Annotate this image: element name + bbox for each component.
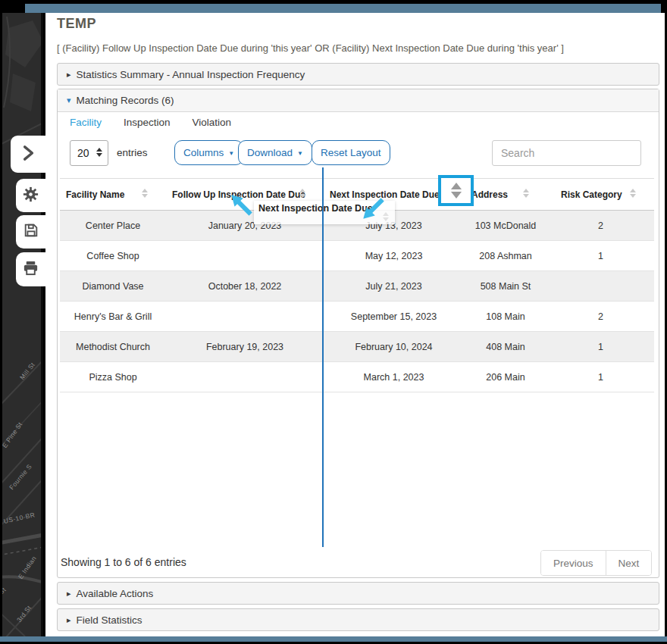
section-matching-records[interactable]: ▾ Matching Records (6) [58, 89, 659, 112]
table-cell: 1 [547, 332, 654, 362]
table-cell: February 10, 2024 [324, 332, 464, 362]
pagination: Previous Next [540, 550, 652, 576]
expand-panel-button[interactable] [11, 136, 45, 173]
column-drop-indicator-line [322, 167, 324, 547]
reset-layout-button[interactable]: Reset Layout [312, 140, 390, 165]
filter-expression: [ (Facility) Follow Up Inspection Date D… [57, 42, 564, 54]
records-tabs: FacilityInspectionViolation [70, 117, 253, 132]
section-statistics-summary[interactable]: ▸ Statistics Summary - Annual Inspection… [57, 63, 659, 86]
table-cell: September 15, 2023 [324, 302, 464, 332]
table-cell: May 12, 2023 [324, 241, 464, 271]
table-cell: Center Place [60, 211, 166, 241]
section-label: Field Statistics [77, 614, 142, 626]
table-cell: Coffee Shop [60, 241, 166, 271]
sort-icon[interactable] [299, 189, 305, 198]
table-cell: July 21, 2023 [324, 271, 464, 302]
tab-facility[interactable]: Facility [70, 117, 102, 132]
save-icon [23, 222, 39, 242]
table-cell: 508 Main St [464, 271, 547, 302]
table-cell [166, 362, 324, 392]
table-cell: 2 [547, 211, 654, 241]
table-cell: October 18, 2022 [166, 271, 324, 302]
app-window: Mill StE Pine StFournie SUS-10-BRE India… [0, 0, 667, 644]
print-button[interactable] [16, 252, 45, 286]
column-header-label: Risk Category [561, 189, 622, 200]
table-cell: Pizza Shop [60, 362, 166, 392]
column-header-facility-name[interactable]: Facility Name [60, 179, 166, 211]
columns-button[interactable]: Columns ▼ [174, 140, 243, 165]
section-label: Matching Records (6) [77, 95, 174, 106]
table-cell: 103 McDonald [464, 211, 547, 241]
print-icon [22, 259, 39, 280]
sort-icon[interactable] [142, 189, 148, 198]
table-cell: 1 [547, 241, 654, 271]
table-row: Methodist ChurchFebruary 19, 2023Februar… [60, 332, 654, 362]
window-top-bar [2, 4, 661, 13]
table-cell: February 19, 2023 [166, 332, 324, 362]
map-background: Mill StE Pine StFournie SUS-10-BRE India… [2, 13, 43, 636]
column-header-label: Next Inspection Date Due [330, 189, 440, 200]
map-roads [2, 13, 43, 636]
window-bottom-bar [0, 636, 667, 642]
section-label: Statistics Summary - Annual Inspection F… [77, 69, 305, 80]
window-corner [0, 0, 25, 14]
column-header-label: Address [471, 189, 508, 200]
table-cell: March 1, 2023 [324, 362, 464, 392]
matching-records-panel: ▾ Matching Records (6) FacilityInspectio… [57, 89, 659, 578]
expand-arrow-icon: ▾ [67, 95, 71, 105]
table-row: Coffee ShopMay 12, 2023208 Ashman1 [60, 241, 654, 271]
table-cell: 108 Main [464, 302, 547, 332]
sort-icon [383, 212, 389, 221]
chevron-right-icon [18, 143, 38, 166]
download-button[interactable]: Download ▼ [238, 140, 312, 165]
showing-entries-text: Showing 1 to 6 of 6 entries [61, 556, 186, 568]
table-cell: Diamond Vase [60, 271, 166, 302]
table-cell: 206 Main [464, 362, 547, 392]
table-cell [166, 302, 324, 332]
table-row: Pizza ShopMarch 1, 2023206 Main1 [60, 362, 654, 392]
table-cell: Henry's Bar & Grill [60, 302, 166, 332]
save-button[interactable] [16, 215, 45, 249]
table-cell: Methodist Church [60, 332, 166, 362]
entries-label: entries [117, 147, 148, 158]
chevron-down-icon: ▼ [297, 150, 303, 157]
collapse-arrow-icon: ▸ [67, 589, 71, 599]
table-cell: 408 Main [464, 332, 547, 362]
table-cell [166, 241, 324, 271]
sort-icon[interactable] [630, 189, 636, 198]
gear-icon [22, 186, 39, 206]
sort-control-highlight[interactable] [438, 175, 474, 206]
entries-select[interactable]: 20 [70, 140, 108, 166]
entries-value: 20 [77, 147, 89, 159]
download-button-label: Download [247, 147, 293, 158]
next-button[interactable]: Next [606, 551, 652, 575]
section-available-actions[interactable]: ▸ Available Actions [57, 582, 659, 605]
collapse-arrow-icon: ▸ [67, 70, 71, 80]
table-row: Diamond VaseOctober 18, 2022July 21, 202… [60, 271, 654, 302]
section-label: Available Actions [77, 588, 154, 599]
table-row: Henry's Bar & GrillSeptember 15, 2023108… [60, 302, 654, 332]
settings-button[interactable] [16, 179, 45, 212]
table-controls: 20 entries Columns ▼ Download ▼ Reset La… [58, 140, 659, 166]
table-cell [547, 271, 654, 302]
sort-down-icon [451, 192, 462, 199]
table-cell: 208 Ashman [464, 241, 547, 271]
sort-up-icon [451, 183, 462, 189]
spinner-icon [96, 148, 102, 157]
column-header-label: Facility Name [66, 189, 124, 200]
column-header-address[interactable]: Address [464, 179, 547, 211]
sort-icon[interactable] [523, 189, 529, 198]
tab-violation[interactable]: Violation [193, 117, 232, 132]
table-cell: 2 [547, 302, 654, 332]
main-panel: TEMP [ (Facility) Follow Up Inspection D… [45, 13, 665, 636]
previous-button[interactable]: Previous [541, 551, 606, 575]
collapse-arrow-icon: ▸ [67, 615, 71, 625]
reset-layout-button-label: Reset Layout [321, 147, 381, 158]
search-input[interactable] [492, 140, 641, 166]
chevron-down-icon: ▼ [228, 150, 234, 157]
tab-inspection[interactable]: Inspection [124, 117, 171, 132]
columns-button-label: Columns [183, 147, 224, 158]
table-body: Center PlaceJanuary 20, 2023July 13, 202… [60, 211, 654, 392]
section-field-statistics[interactable]: ▸ Field Statistics [57, 608, 659, 631]
column-header-risk-category[interactable]: Risk Category [547, 179, 654, 211]
